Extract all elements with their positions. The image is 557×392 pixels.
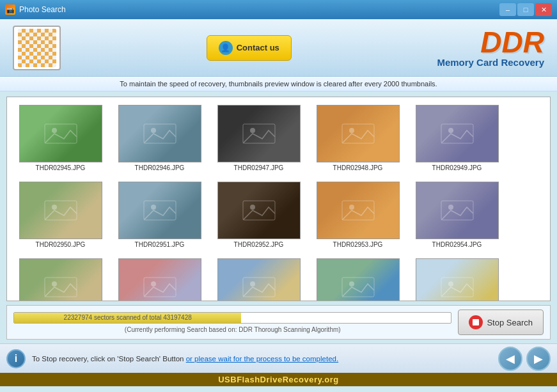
svg-rect-14 (243, 201, 275, 220)
status-part1: To Stop recovery, click on 'Stop Search'… (32, 355, 186, 363)
photo-thumb (217, 182, 301, 239)
photo-item[interactable]: THDR02954.JPG (407, 178, 506, 251)
photo-name: THDR02952.JPG (234, 241, 284, 248)
photo-item[interactable]: THDR02958.JPG (308, 255, 407, 301)
photo-item[interactable]: THDR02947.JPG (209, 101, 308, 174)
photo-thumb (416, 105, 499, 162)
website-bar: USBFlashDriveRecovery.org (0, 373, 557, 386)
status-link[interactable]: or please wait for the process to be com… (186, 355, 338, 363)
progress-bar-fill: 22327974 sectors scanned of total 431974… (14, 313, 241, 323)
photo-thumb (19, 182, 102, 239)
progress-info: 22327974 sectors scanned of total 431974… (13, 312, 451, 333)
photo-name: THDR02949.JPG (432, 164, 482, 171)
svg-rect-20 (45, 278, 77, 297)
photo-name: THDR02945.JPG (36, 164, 86, 171)
photo-item[interactable]: THDR02952.JPG (209, 178, 308, 251)
svg-point-1 (52, 128, 57, 133)
svg-rect-0 (45, 124, 77, 143)
svg-point-25 (250, 281, 255, 286)
photo-item[interactable]: THDR02948.JPG (308, 101, 407, 174)
svg-point-29 (448, 281, 453, 286)
photo-name: THDR02950.JPG (36, 241, 86, 248)
svg-point-17 (349, 205, 354, 210)
photo-thumb (118, 105, 201, 162)
title-bar-left: 📷 Photo Search (5, 4, 66, 15)
svg-point-15 (250, 205, 255, 210)
stop-search-button[interactable]: Stop Search (458, 310, 544, 335)
logo-checker (18, 29, 56, 67)
stop-icon (469, 315, 483, 329)
photo-item[interactable]: THDR02946.JPG (110, 101, 209, 174)
svg-point-19 (448, 205, 453, 210)
photo-item[interactable]: THDR02957.JPG (209, 255, 308, 301)
photo-grid[interactable]: THDR02945.JPG THDR02946.JPG THDR02947.JP… (7, 97, 550, 301)
svg-rect-12 (144, 201, 176, 220)
svg-point-7 (349, 128, 354, 133)
header-center: 👤 Contact us (61, 35, 437, 61)
photo-item[interactable]: THDR02951.JPG (110, 178, 209, 251)
info-bar: To maintain the speed of recovery, thumb… (0, 77, 557, 91)
photo-thumb (19, 258, 102, 301)
forward-button[interactable]: ▶ (526, 347, 551, 371)
photo-thumb (19, 105, 102, 162)
photo-item[interactable]: THDR02959.JPG (407, 255, 506, 301)
photo-thumb (118, 182, 201, 239)
contact-icon: 👤 (219, 41, 233, 55)
photo-item[interactable]: THDR02953.JPG (308, 178, 407, 251)
photo-item[interactable]: THDR02949.JPG (407, 101, 506, 174)
photo-thumb (217, 105, 301, 162)
header: 👤 Contact us DDR Memory Card Recovery (0, 19, 557, 77)
photo-item[interactable]: THDR02956.JPG (110, 255, 209, 301)
photo-item[interactable]: THDR02945.JPG (11, 101, 110, 174)
stop-icon-square (473, 319, 479, 325)
window-title: Photo Search (19, 5, 66, 14)
photo-name: THDR02948.JPG (333, 164, 383, 171)
photo-area: THDR02945.JPG THDR02946.JPG THDR02947.JP… (6, 97, 551, 301)
title-bar: 📷 Photo Search – □ ✕ (0, 0, 557, 19)
photo-name: THDR02947.JPG (234, 164, 284, 171)
svg-rect-28 (441, 278, 473, 297)
title-controls: – □ ✕ (499, 3, 552, 16)
svg-point-3 (151, 128, 156, 133)
svg-rect-16 (342, 201, 374, 220)
progress-bar-wrap: 22327974 sectors scanned of total 431974… (13, 312, 451, 324)
maximize-button[interactable]: □ (517, 3, 534, 16)
back-button[interactable]: ◀ (498, 347, 522, 371)
svg-rect-4 (243, 124, 275, 143)
app-icon: 📷 (5, 4, 15, 15)
close-button[interactable]: ✕ (535, 3, 552, 16)
svg-rect-2 (144, 124, 176, 143)
status-text: To Stop recovery, click on 'Stop Search'… (32, 355, 492, 363)
svg-point-5 (250, 128, 255, 133)
minimize-button[interactable]: – (499, 3, 516, 16)
photo-thumb (118, 258, 201, 301)
svg-point-27 (349, 281, 354, 286)
info-icon: i (6, 349, 26, 368)
photo-thumb (317, 182, 400, 239)
stop-label: Stop Search (487, 318, 533, 327)
photo-thumb (416, 258, 499, 301)
nav-buttons: ◀ ▶ (498, 347, 551, 371)
info-message: To maintain the speed of recovery, thumb… (120, 80, 437, 88)
progress-sub-text: (Currently performing Search based on: D… (13, 326, 451, 333)
logo-box (13, 26, 61, 70)
photo-thumb (416, 182, 499, 239)
svg-rect-6 (342, 124, 374, 143)
photo-thumb (217, 258, 301, 301)
svg-rect-22 (144, 278, 176, 297)
ddr-logo: DDR (480, 27, 544, 57)
photo-name: THDR02953.JPG (333, 241, 383, 248)
svg-point-21 (52, 281, 57, 286)
svg-rect-10 (45, 201, 77, 220)
photo-name: THDR02954.JPG (432, 241, 482, 248)
contact-button[interactable]: 👤 Contact us (207, 35, 292, 61)
progress-area: 22327974 sectors scanned of total 431974… (6, 305, 551, 340)
photo-item[interactable]: THDR02955.JPG (11, 255, 110, 301)
photo-item[interactable]: THDR02950.JPG (11, 178, 110, 251)
svg-point-23 (151, 281, 156, 286)
photo-thumb (317, 105, 400, 162)
svg-rect-8 (441, 124, 473, 143)
contact-label: Contact us (237, 43, 279, 52)
status-bar: i To Stop recovery, click on 'Stop Searc… (0, 343, 557, 373)
svg-rect-24 (243, 278, 275, 297)
